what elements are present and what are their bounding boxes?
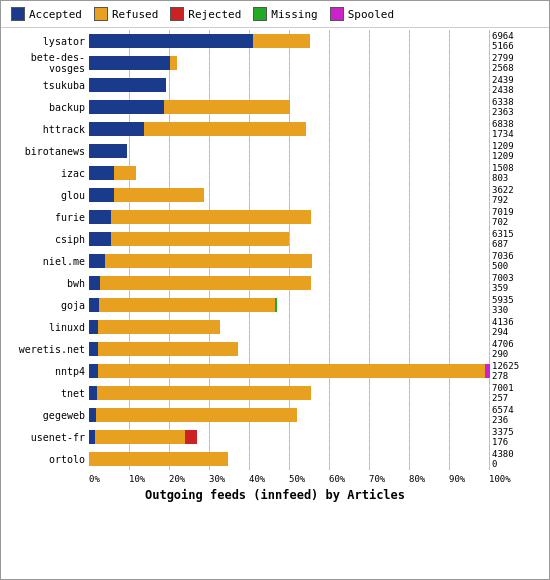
- x-label-10: 10%: [129, 474, 169, 484]
- bar-refused: [114, 166, 136, 180]
- grid-line: [409, 272, 410, 294]
- bars: [89, 320, 220, 334]
- grid-line: [369, 206, 370, 228]
- grid-line: [369, 338, 370, 360]
- grid-line: [369, 426, 370, 448]
- grid-line: [409, 426, 410, 448]
- grid-line: [489, 162, 490, 184]
- grid-line: [289, 294, 290, 316]
- bar-accepted: [89, 56, 170, 70]
- grid-line: [249, 184, 250, 206]
- grid-line: [449, 404, 450, 426]
- x-label-20: 20%: [169, 474, 209, 484]
- grid-line: [409, 96, 410, 118]
- grid-line: [209, 426, 210, 448]
- bar-values: 4136294: [492, 317, 514, 338]
- bars: [89, 254, 312, 268]
- grid-line: [489, 448, 490, 470]
- grid-line: [489, 118, 490, 140]
- table-row: httrack68381734: [1, 118, 549, 140]
- grid-line: [369, 404, 370, 426]
- bar-refused: [170, 56, 177, 70]
- bars: [89, 430, 197, 444]
- x-axis: 0% 10% 20% 30% 40% 50% 60% 70% 80% 90% 1…: [1, 474, 549, 484]
- grid-line: [169, 140, 170, 162]
- grid-line: [249, 338, 250, 360]
- bar-values: 1508803: [492, 163, 514, 184]
- x-label-50: 50%: [289, 474, 329, 484]
- grid-line: [209, 140, 210, 162]
- legend-box-rejected: [170, 7, 184, 21]
- legend-label-accepted: Accepted: [29, 8, 82, 21]
- bar-accepted: [89, 254, 105, 268]
- grid-line: [289, 228, 290, 250]
- bar-spooled: [485, 364, 490, 378]
- bars-area: [89, 250, 489, 272]
- table-row: lysator69645166: [1, 30, 549, 52]
- grid-line: [449, 294, 450, 316]
- bar-refused: [89, 452, 228, 466]
- grid-line: [449, 272, 450, 294]
- bar-refused: [98, 342, 238, 356]
- bars-area: [89, 294, 489, 316]
- grid-line: [489, 30, 490, 52]
- bars: [89, 56, 177, 70]
- grid-line: [329, 74, 330, 96]
- grid-line: [369, 118, 370, 140]
- table-row: ortolo43800: [1, 448, 549, 470]
- grid-line: [369, 294, 370, 316]
- grid-line: [409, 30, 410, 52]
- grid-line: [409, 338, 410, 360]
- bar-accepted: [89, 78, 166, 92]
- table-row: bete-des-vosges27992568: [1, 52, 549, 74]
- legend-rejected: Rejected: [170, 7, 241, 21]
- grid-line: [329, 228, 330, 250]
- bar-accepted: [89, 408, 96, 422]
- x-label-90: 90%: [449, 474, 489, 484]
- bar-refused: [111, 210, 311, 224]
- table-row: tnet7001257: [1, 382, 549, 404]
- chart-title: Outgoing feeds (innfeed) by Articles: [1, 484, 549, 502]
- grid-line: [329, 30, 330, 52]
- bars-area: [89, 96, 489, 118]
- row-label: nntp4: [1, 366, 89, 377]
- row-label: backup: [1, 102, 89, 113]
- grid-line: [489, 250, 490, 272]
- x-label-100: 100%: [489, 474, 529, 484]
- grid-line: [409, 250, 410, 272]
- bar-values: 68381734: [492, 119, 514, 140]
- grid-line: [369, 96, 370, 118]
- bars: [89, 122, 306, 136]
- bars-area: [89, 30, 489, 52]
- grid-line: [329, 426, 330, 448]
- row-label: glou: [1, 190, 89, 201]
- grid-line: [489, 74, 490, 96]
- grid-line: [289, 162, 290, 184]
- grid-line: [289, 338, 290, 360]
- bar-refused: [96, 408, 297, 422]
- bar-refused: [105, 254, 312, 268]
- grid-line: [489, 184, 490, 206]
- table-row: csiph6315687: [1, 228, 549, 250]
- grid-line: [489, 206, 490, 228]
- grid-line: [409, 52, 410, 74]
- grid-line: [169, 74, 170, 96]
- grid-line: [489, 338, 490, 360]
- bar-values: 24392438: [492, 75, 514, 96]
- row-label: bete-des-vosges: [1, 52, 89, 74]
- bars: [89, 276, 311, 290]
- grid-line: [489, 96, 490, 118]
- grid-line: [329, 316, 330, 338]
- grid-line: [329, 382, 330, 404]
- grid-line: [249, 52, 250, 74]
- bar-refused: [99, 298, 275, 312]
- row-label: izac: [1, 168, 89, 179]
- grid-line: [329, 294, 330, 316]
- grid-line: [249, 448, 250, 470]
- grid-line: [489, 404, 490, 426]
- table-row: goja5935330: [1, 294, 549, 316]
- grid-line: [249, 74, 250, 96]
- grid-line: [449, 426, 450, 448]
- grid-line: [329, 52, 330, 74]
- bars-area: [89, 426, 489, 448]
